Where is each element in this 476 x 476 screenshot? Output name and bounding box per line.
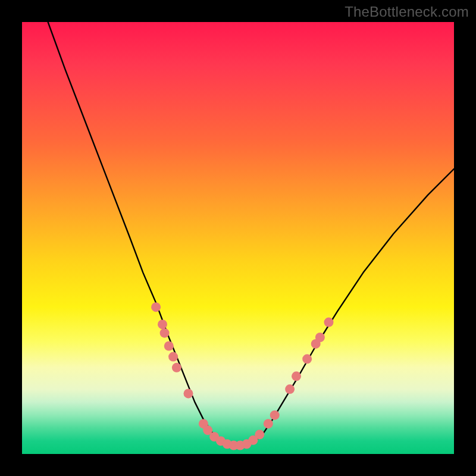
curve-marker	[151, 302, 161, 312]
curve-marker	[168, 352, 178, 362]
curve-marker	[285, 384, 295, 394]
curve-marker	[158, 320, 167, 329]
curve-markers	[151, 302, 333, 450]
curve-marker	[264, 419, 273, 428]
curve-marker	[315, 333, 325, 342]
curve-marker	[164, 342, 174, 351]
curve-marker	[292, 371, 301, 381]
chart-plot-area	[22, 22, 454, 454]
curve-marker	[255, 430, 264, 439]
chart-frame: TheBottleneck.com	[0, 0, 476, 476]
bottleneck-curve	[48, 22, 454, 446]
curve-marker	[184, 389, 193, 398]
watermark-label: TheBottleneck.com	[345, 4, 469, 20]
curve-marker	[172, 363, 181, 372]
curve-marker	[270, 411, 280, 420]
chart-svg	[22, 22, 454, 454]
curve-marker	[160, 328, 170, 338]
curve-marker	[302, 354, 312, 364]
curve-marker	[324, 318, 334, 327]
